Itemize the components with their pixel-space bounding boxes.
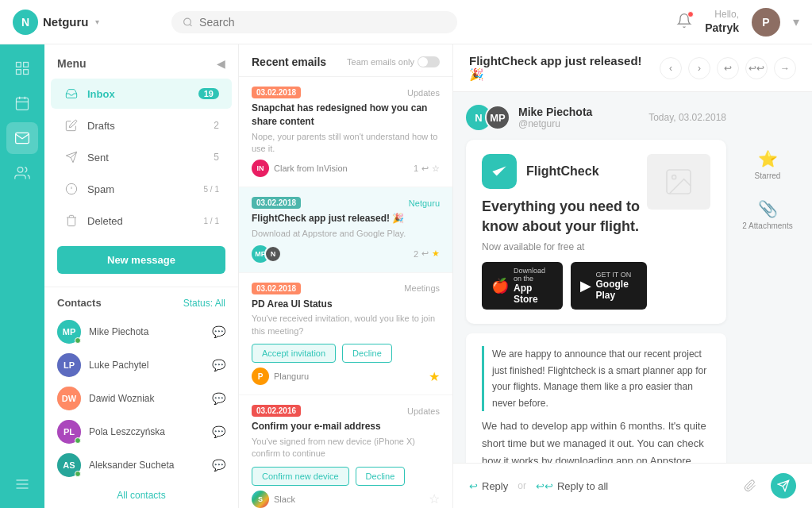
slack-name: Slack xyxy=(274,495,295,504)
inbox-icon xyxy=(63,86,79,102)
decline-button[interactable]: Decline xyxy=(356,467,406,486)
star-icon[interactable]: ☆ xyxy=(432,164,440,174)
app-card-inner: FlightCheck Everything you need to know … xyxy=(482,154,710,310)
sidebar-item-sent[interactable]: Sent 5 xyxy=(51,142,232,172)
decline-button[interactable]: Decline xyxy=(342,344,392,363)
app-store-buttons: 🍎 Download on the App Store ▶ xyxy=(482,262,647,310)
star-icon[interactable]: ★ xyxy=(432,248,440,259)
contact-chat-icon[interactable]: 💬 xyxy=(212,459,225,471)
email-category: Netguru xyxy=(409,198,440,208)
collapse-nav-button[interactable]: ◀ xyxy=(217,57,225,70)
contact-chat-icon[interactable]: 💬 xyxy=(212,392,225,405)
email-item[interactable]: 03.02.2018 Meetings PD Area UI Status Yo… xyxy=(239,273,452,396)
google-play-sub: GET IT ON xyxy=(596,271,637,279)
avatar[interactable]: P xyxy=(752,8,780,37)
search-input[interactable] xyxy=(199,16,446,29)
starred-action[interactable]: ⭐ Starred xyxy=(736,143,799,187)
google-play-name: Google Play xyxy=(596,279,637,301)
email-list-header: Recent emails Team emails only xyxy=(239,44,452,77)
email-meta: 1 ↩ ☆ xyxy=(414,164,440,174)
contact-name: Luke Pachytel xyxy=(89,360,212,371)
email-item[interactable]: 03.02.2016 Updates Confirm your e-mail a… xyxy=(239,395,452,508)
logo-chevron-icon[interactable]: ▾ xyxy=(95,17,99,26)
contact-avatar: PL xyxy=(57,420,81,444)
email-sender-row: N MP Mike Piechota @netguru Today, 03.02… xyxy=(466,105,726,130)
icon-sidebar xyxy=(0,44,44,508)
svg-point-0 xyxy=(184,18,191,25)
sidebar-item-grid[interactable] xyxy=(6,52,38,84)
all-contacts-link[interactable]: All contacts xyxy=(57,482,225,508)
google-play-icon: ▶ xyxy=(580,277,591,294)
contact-item[interactable]: MP Mike Piechota 💬 xyxy=(57,315,225,348)
contact-chat-icon[interactable]: 💬 xyxy=(212,359,225,371)
sender-avatar: IN xyxy=(252,160,269,177)
email-right-sidebar: ⭐ Starred 📎 2 Attachments xyxy=(736,105,799,450)
reply-quick-button[interactable]: ↩ xyxy=(717,57,739,79)
contact-item[interactable]: AS Aleksander Sucheta 💬 xyxy=(57,448,225,482)
sidebar-item-drafts[interactable]: Drafts 2 xyxy=(51,110,232,140)
forward-button[interactable]: → xyxy=(774,57,796,79)
contact-chat-icon[interactable]: 💬 xyxy=(212,425,225,438)
email-preview: You've signed from new device (iPhone X)… xyxy=(252,436,440,460)
team-toggle-switch[interactable] xyxy=(418,56,440,67)
main-layout: Menu ◀ Inbox 19 Drafts 2 Sent 5 xyxy=(0,44,812,508)
reply-all-button[interactable]: ↩↩ Reply to all xyxy=(536,480,608,492)
notifications-button[interactable] xyxy=(676,13,692,32)
contact-item[interactable]: LP Luke Pachytel 💬 xyxy=(57,348,225,382)
app-available-text: Now available for free at xyxy=(482,241,647,252)
sidebar-item-menu[interactable] xyxy=(6,468,38,500)
email-item-selected[interactable]: 03.02.2018 Netguru FlightCheck app just … xyxy=(239,187,452,272)
app-store-button[interactable]: 🍎 Download on the App Store xyxy=(482,262,563,310)
search-bar[interactable] xyxy=(171,11,457,33)
online-status-dot xyxy=(75,437,81,444)
reply-all-icon: ↩↩ xyxy=(536,480,553,492)
svg-point-20 xyxy=(672,175,676,179)
sidebar-item-contacts[interactable] xyxy=(6,157,38,189)
reply-button[interactable]: ↩ Reply xyxy=(469,480,508,492)
contact-item[interactable]: PL Pola Leszczyńska 💬 xyxy=(57,415,225,448)
email-detail-body: N MP Mike Piechota @netguru Today, 03.02… xyxy=(453,92,812,463)
sidebar-item-deleted[interactable]: Deleted 1 / 1 xyxy=(51,206,232,236)
confirm-device-button[interactable]: Confirm new device xyxy=(252,467,349,486)
attachments-label: 2 Attachments xyxy=(742,221,792,230)
email-detail-title: FlightCheck app just released! 🎉 xyxy=(469,54,660,82)
team-toggle[interactable]: Team emails only xyxy=(347,56,440,67)
svg-rect-3 xyxy=(24,63,29,67)
app-logo[interactable]: N Netguru ▾ xyxy=(13,10,156,35)
email-detail-panel: FlightCheck app just released! 🎉 ‹ › ↩ ↩… xyxy=(453,44,812,508)
sidebar-item-spam[interactable]: Spam 5 / 1 xyxy=(51,174,232,204)
sidebar-item-calendar[interactable] xyxy=(6,87,38,119)
email-preview: Nope, your parents still won't understan… xyxy=(252,131,440,156)
sidebar-item-inbox[interactable]: Inbox 19 xyxy=(51,79,232,109)
google-play-button[interactable]: ▶ GET IT ON Google Play xyxy=(571,262,647,310)
left-navigation: Menu ◀ Inbox 19 Drafts 2 Sent 5 xyxy=(44,44,239,508)
email-date-tag: 03.02.2018 xyxy=(252,283,301,294)
new-message-button[interactable]: New message xyxy=(57,246,225,274)
contact-chat-icon[interactable]: 💬 xyxy=(212,325,225,338)
reply-all-quick-button[interactable]: ↩↩ xyxy=(745,57,768,79)
prev-email-button[interactable]: ‹ xyxy=(660,57,682,79)
email-date-tag: 03.02.2018 xyxy=(252,87,301,98)
email-item[interactable]: 03.02.2018 Updates Snapchat has redesign… xyxy=(239,77,452,187)
star-icon[interactable]: ★ xyxy=(429,369,440,384)
star-icon[interactable]: ☆ xyxy=(429,491,440,506)
user-greeting: Hello, Patryk xyxy=(705,9,739,36)
team-toggle-label: Team emails only xyxy=(347,57,414,67)
drafts-label: Drafts xyxy=(87,120,214,132)
sidebar-item-mail[interactable] xyxy=(6,122,38,154)
app-store-sub: Download on the xyxy=(514,267,553,283)
accept-invitation-button[interactable]: Accept invitation xyxy=(252,344,336,363)
reply-icon: ↩ xyxy=(421,164,429,174)
svg-rect-4 xyxy=(17,70,21,75)
online-status-dot xyxy=(75,337,81,344)
send-button[interactable] xyxy=(771,473,796,498)
attachments-action[interactable]: 📎 2 Attachments xyxy=(736,193,799,237)
spam-count: 5 / 1 xyxy=(204,185,219,194)
next-email-button[interactable]: › xyxy=(688,57,710,79)
drafts-icon xyxy=(63,117,79,133)
contact-item[interactable]: DW Dawid Wozniak 💬 xyxy=(57,382,225,415)
attach-file-button[interactable] xyxy=(737,473,763,498)
reply-separator: or xyxy=(518,480,526,491)
contacts-status-filter[interactable]: Status: All xyxy=(183,298,225,309)
user-menu-chevron-icon[interactable]: ▾ xyxy=(793,14,799,29)
